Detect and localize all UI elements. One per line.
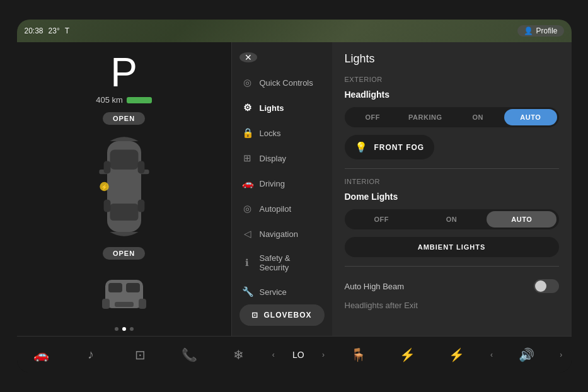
profile-icon: 👤 [524,26,533,35]
ambient-lights-label: AMBIENT LIGHTS [418,243,486,251]
dot-indicators [115,327,134,331]
interior-section-label: Interior [345,178,559,185]
right-panel: ✕ ◎ Quick Controls ⚙ Lights 🔒 Locks ⊞ Di… [231,42,572,336]
svg-rect-5 [103,161,110,174]
car-rear-view [99,267,149,322]
svg-rect-2 [110,204,138,221]
close-button[interactable]: ✕ [239,52,257,62]
nav-vol-left-arrow[interactable]: ‹ [490,350,493,359]
headlights-parking-option[interactable]: PARKING [399,109,452,125]
dome-lights-title: Dome Lights [345,192,559,202]
profile-button[interactable]: 👤 Profile [517,25,563,37]
dome-on-option[interactable]: ON [417,211,487,228]
auto-high-beam-label: Auto High Beam [345,282,405,291]
exterior-section-label: Exterior [345,76,559,83]
ambient-lights-button[interactable]: AMBIENT LIGHTS [345,237,559,257]
section-divider [345,168,559,169]
sidebar-item-autopilot[interactable]: ◎ Autopilot [232,196,332,221]
front-fog-label: FRONT FOG [374,143,425,152]
sidebar-item-quick-controls[interactable]: ◎ Quick Controls [232,70,332,95]
page-title: Lights [345,52,559,66]
headlights-auto-option[interactable]: AUTO [504,109,557,125]
sidebar-item-autopilot-label: Autopilot [260,204,292,214]
headlights-off-option[interactable]: OFF [347,109,400,125]
nav-defrost-button[interactable]: ⚡ [391,342,423,367]
time-display: 20:38 [25,26,43,35]
nav-music-button[interactable]: ♪ [75,342,107,367]
dome-auto-option[interactable]: AUTO [487,211,556,228]
nav-defrost-rear-button[interactable]: ⚡ [441,342,473,367]
svg-rect-12 [108,283,122,292]
glovebox-label: GLOVEBOX [263,311,311,320]
sidebar-item-quick-controls-label: Quick Controls [260,78,313,88]
dome-lights-toggle-group: OFF ON AUTO [345,209,559,229]
nav-apps-button[interactable]: ⊡ [124,342,156,367]
trunk-open-button[interactable]: OPEN [103,112,145,125]
svg-rect-15 [139,299,146,309]
lock-icon: 🔒 [242,127,253,139]
headlights-toggle-group: OFF PARKING ON AUTO [345,107,559,127]
main-area: P 405 km OPEN [17,42,572,336]
menu-panel: ✕ ◎ Quick Controls ⚙ Lights 🔒 Locks ⊞ Di… [231,42,332,336]
range-info: 405 km [96,95,152,105]
safety-icon: ℹ [242,257,253,268]
sidebar-item-display[interactable]: ⊞ Display [232,146,332,171]
nav-car-button[interactable]: 🚗 [26,342,57,367]
sidebar-item-lights[interactable]: ⚙ Lights [232,95,332,120]
car-image: ⚡ [80,130,168,243]
section-divider-2 [345,266,559,267]
status-bar: 20:38 23° T 👤 Profile [17,20,572,42]
svg-text:⚡: ⚡ [101,183,108,191]
climate-value: LO [292,350,304,360]
nav-vol-right-arrow[interactable]: › [560,350,562,359]
bottom-nav: 🚗 ♪ ⊡ 📞 ❄ ‹ LO › 🪑 ⚡ ⚡ ‹ 🔊 › [17,336,572,372]
fog-light-icon: 💡 [355,141,368,153]
quick-controls-icon: ◎ [242,77,253,88]
toggle-knob [535,280,546,292]
letter-display: T [65,26,69,35]
headlights-on-option[interactable]: ON [452,109,505,125]
svg-rect-14 [102,299,110,309]
front-fog-button[interactable]: 💡 FRONT FOG [345,135,435,159]
navigation-icon: ◁ [242,228,253,239]
sidebar-item-display-label: Display [260,154,287,163]
status-left: 20:38 23° T [25,26,70,35]
nav-left-arrow[interactable]: ‹ [272,350,275,359]
settings-panel: Lights Exterior Headlights OFF PARKING O… [332,42,572,336]
sidebar-item-navigation[interactable]: ◁ Navigation [232,221,332,246]
sidebar-item-safety-label: Safety & Security [259,253,321,272]
nav-phone-button[interactable]: 📞 [173,342,205,367]
sidebar-item-safety[interactable]: ℹ Safety & Security [232,246,332,279]
temp-display: 23° [49,26,60,35]
status-right: 👤 Profile [517,25,563,37]
sidebar-item-driving-label: Driving [260,179,285,188]
glovebox-button[interactable]: ⊡ GLOVEBOX [239,304,325,326]
main-screen: 20:38 23° T 👤 Profile P 405 km OPEN [17,20,572,372]
dot-3 [130,327,134,331]
nav-climate-display[interactable]: LO [292,350,304,360]
sidebar-item-service-label: Service [260,287,287,297]
auto-high-beam-row: Auto High Beam [345,275,559,297]
profile-label: Profile [536,26,557,35]
nav-seat-button[interactable]: 🪑 [342,342,374,367]
auto-high-beam-toggle[interactable] [534,279,559,293]
sidebar-item-service[interactable]: 🔧 Service [232,279,332,304]
sidebar-item-locks[interactable]: 🔒 Locks [232,120,332,146]
dot-1 [115,327,118,331]
car-panel: P 405 km OPEN [17,42,231,336]
headlights-after-exit-label: Headlights after Exit [345,297,559,314]
glovebox-icon: ⊡ [251,311,258,320]
range-value: 405 km [96,95,123,105]
nav-fan-button[interactable]: ❄ [223,342,255,367]
dot-2 [122,327,126,331]
frunk-open-button[interactable]: OPEN [103,247,145,260]
display-icon: ⊞ [242,153,253,164]
headlights-title: Headlights [345,89,559,100]
lights-icon: ⚙ [242,102,253,113]
nav-volume-button[interactable]: 🔊 [510,342,542,367]
autopilot-icon: ◎ [242,203,253,214]
nav-right-arrow[interactable]: › [322,350,325,359]
svg-rect-16 [115,302,134,307]
sidebar-item-driving[interactable]: 🚗 Driving [232,171,332,196]
dome-off-option[interactable]: OFF [347,211,417,228]
